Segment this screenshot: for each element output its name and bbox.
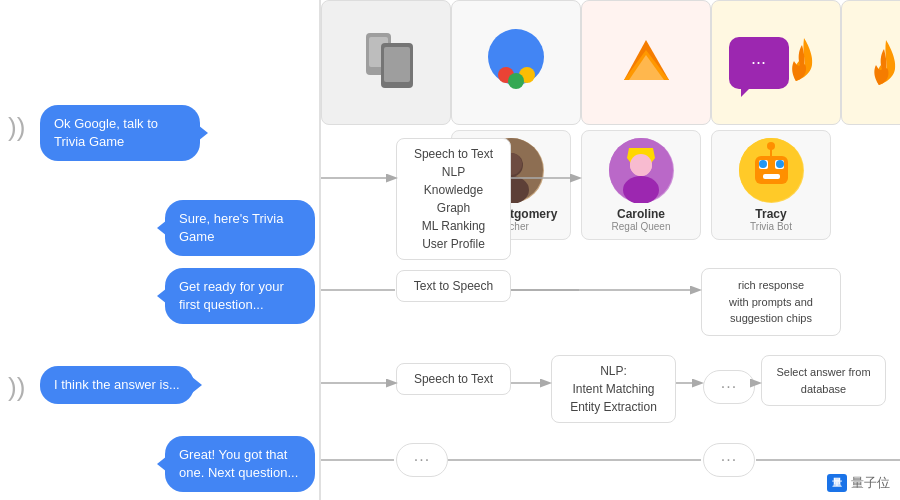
svg-point-25 (623, 176, 659, 203)
voice-icon-2: )) (8, 368, 44, 411)
bubble-5-pointer (157, 456, 167, 472)
watermark: 量 量子位 (827, 474, 890, 492)
right-section: ··· (320, 0, 900, 500)
svg-point-27 (630, 154, 652, 176)
actions-icon-box (581, 0, 711, 125)
svg-point-33 (776, 160, 784, 168)
firebase2-icon-box (841, 0, 900, 125)
caroline-role: Regal Queen (612, 221, 671, 232)
tracy-name: Tracy (755, 207, 786, 221)
bubble-4: I think the answer is... (40, 366, 194, 404)
flow-stt-nlp: Speech to TextNLPKnowledge GraphML Ranki… (396, 138, 511, 260)
svg-rect-29 (755, 156, 788, 184)
flow-tts-text: Text to Speech (414, 279, 493, 293)
caroline-name: Caroline (617, 207, 665, 221)
dots-box-row4-left: ··· (396, 443, 448, 477)
select-answer-text: Select answer from database (776, 366, 870, 395)
svg-text:)): )) (8, 112, 25, 142)
rich-response-box: rich responsewith prompts andsuggestion … (701, 268, 841, 336)
bubble-5: Great! You got that one. Next question..… (165, 436, 315, 492)
left-section: )) )) Ok Google, talk to Trivia Game Sur… (0, 0, 320, 500)
select-answer-box: Select answer from database (761, 355, 886, 406)
bubble-3-pointer (157, 288, 167, 304)
flow-nlp-intent-text: NLP:Intent MatchingEntity Extraction (570, 364, 657, 414)
rich-response-text: rich responsewith prompts andsuggestion … (729, 279, 813, 324)
bubble-1: Ok Google, talk to Trivia Game (40, 105, 200, 161)
persona-caroline: Caroline Regal Queen (581, 130, 701, 240)
bubble-5-text: Great! You got that one. Next question..… (179, 447, 298, 480)
bubble-4-pointer (192, 377, 202, 393)
device-icon-box (321, 0, 451, 125)
flow-nlp-intent: NLP:Intent MatchingEntity Extraction (551, 355, 676, 423)
bubble-2-text: Sure, here's Trivia Game (179, 211, 283, 244)
svg-rect-5 (384, 47, 410, 82)
tracy-role: Trivia Bot (750, 221, 792, 232)
main-container: )) )) Ok Google, talk to Trivia Game Sur… (0, 0, 900, 500)
bubble-3-text: Get ready for your first question... (179, 279, 284, 312)
svg-point-32 (759, 160, 767, 168)
svg-rect-34 (763, 174, 780, 179)
svg-point-9 (508, 73, 524, 89)
watermark-text: 量子位 (851, 474, 890, 492)
dots-box-row4-right: ··· (703, 443, 755, 477)
firebase-icon-box: ··· (711, 0, 841, 125)
svg-text:)): )) (8, 372, 25, 402)
persona-tracy: Tracy Trivia Bot (711, 130, 831, 240)
flow-stt-nlp-text: Speech to TextNLPKnowledge GraphML Ranki… (414, 147, 493, 251)
flow-stt2-text: Speech to Text (414, 372, 493, 386)
flow-stt2: Speech to Text (396, 363, 511, 395)
flow-tts: Text to Speech (396, 270, 511, 302)
bubble-2-pointer (157, 220, 167, 236)
bubble-1-pointer (198, 125, 208, 141)
bubble-2: Sure, here's Trivia Game (165, 200, 315, 256)
assistant-icon-box (451, 0, 581, 125)
bubble-1-text: Ok Google, talk to Trivia Game (54, 116, 158, 149)
bubble-4-text: I think the answer is... (54, 377, 180, 392)
svg-point-36 (767, 142, 775, 150)
bubble-3: Get ready for your first question... (165, 268, 315, 324)
voice-icon-1: )) (8, 108, 44, 151)
dots-box-1: ··· (703, 370, 755, 404)
